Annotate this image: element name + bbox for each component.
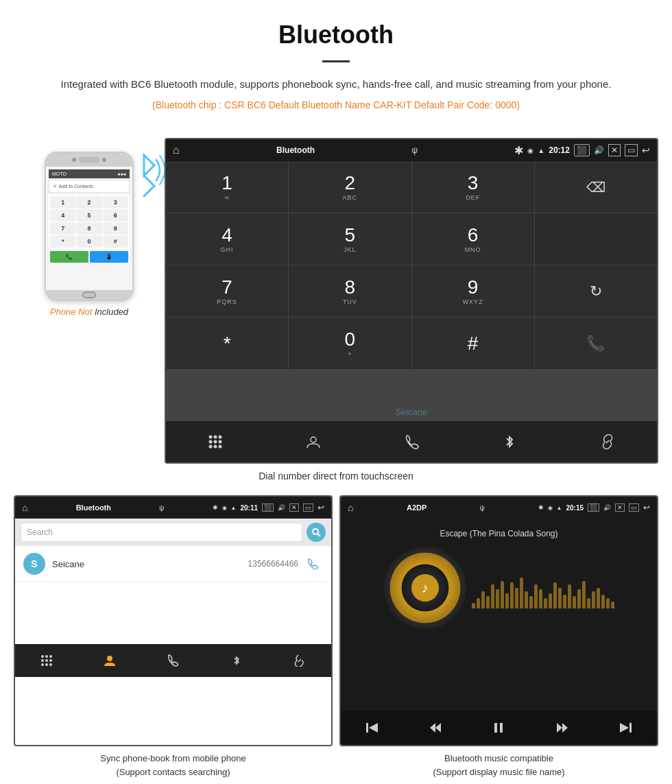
usb-icon: ψ [411, 145, 418, 155]
svg-point-7 [213, 445, 217, 449]
music-status-bar: ⌂ A2DP ψ ✱ ◉ ▲ 20:15 ⬛ 🔊 ✕ ▭ ↩ [341, 497, 657, 519]
music-wifi-icon: ▲ [557, 505, 562, 511]
x-icon[interactable]: ✕ [608, 144, 621, 156]
camera-icon[interactable]: ⬛ [574, 144, 590, 156]
link-btn[interactable] [559, 421, 657, 462]
dialpad-btn[interactable] [166, 421, 264, 462]
music-x-icon[interactable]: ✕ [615, 503, 625, 512]
bottom-screenshots: ⌂ Bluetooth ψ ✱ ◉ ▲ 20:11 ⬛ 🔊 ✕ ▭ ↩ Sear… [0, 495, 672, 746]
spectrum-bar [529, 596, 533, 608]
search-button[interactable] [307, 523, 326, 542]
pb-dialpad-btn[interactable] [15, 644, 78, 677]
dial-key-9[interactable]: 9 WXYZ [412, 265, 534, 317]
svg-point-20 [49, 663, 52, 666]
pb-fs-icon[interactable]: ▭ [303, 503, 313, 512]
music-back-icon[interactable]: ↩ [643, 503, 650, 512]
phone-key-0: 0 [76, 235, 101, 248]
pb-vol-icon[interactable]: 🔊 [278, 504, 285, 511]
play-pause-btn[interactable] [467, 711, 530, 745]
fullscreen-icon[interactable]: ▭ [625, 144, 638, 156]
dial-key-3[interactable]: 3 DEF [412, 161, 534, 213]
call-contact-icon[interactable] [307, 558, 318, 569]
music-home-icon[interactable]: ⌂ [348, 502, 353, 513]
music-fs-icon[interactable]: ▭ [629, 503, 639, 512]
dial-key-star[interactable]: * [166, 318, 288, 369]
spectrum-bar [491, 584, 494, 608]
call-icon: 📞 [586, 335, 605, 353]
phone-mockup: MOTO ●●● + Add to Contacts 1 2 3 4 5 6 [45, 152, 134, 301]
dial-key-8[interactable]: 8 TUV [289, 265, 411, 317]
svg-point-8 [218, 445, 221, 449]
dial-key-redial[interactable]: ↻ [535, 265, 657, 317]
dial-key-hash[interactable]: # [412, 318, 534, 369]
music-screenshot: ⌂ A2DP ψ ✱ ◉ ▲ 20:15 ⬛ 🔊 ✕ ▭ ↩ Escape (T… [339, 495, 658, 746]
svg-rect-30 [629, 723, 632, 733]
dial-key-1[interactable]: 1 ∞ [166, 161, 288, 213]
pb-link-btn[interactable] [268, 644, 331, 677]
back-icon[interactable]: ↩ [642, 145, 650, 156]
spectrum-bar [606, 598, 610, 608]
dial-key-5[interactable]: 5 JKL [289, 213, 411, 265]
dial-key-6[interactable]: 6 MNO [412, 213, 534, 265]
search-input[interactable]: Search [21, 523, 302, 542]
phone-contact-bar: + Add to Contacts [49, 180, 130, 193]
spectrum-bar [481, 591, 485, 608]
pb-cam-icon[interactable]: ⬛ [262, 503, 274, 512]
spectrum-bar [573, 596, 576, 608]
pb-bt-btn[interactable] [205, 644, 268, 677]
contact-name: Seicane [52, 559, 248, 569]
next-track-btn[interactable] [594, 711, 657, 745]
dial-key-2[interactable]: 2 ABC [289, 161, 411, 213]
spectrum-bar [544, 598, 547, 608]
svg-marker-23 [369, 723, 378, 733]
music-cam-icon[interactable]: ⬛ [588, 503, 599, 512]
digit-5: 5 [345, 226, 356, 245]
phone-keypad: 1 2 3 4 5 6 7 8 9 * 0 # [49, 195, 130, 249]
phone-key-6: 6 [103, 209, 128, 222]
phone-key-star: * [50, 235, 75, 248]
dial-key-0[interactable]: 0 + [289, 318, 411, 369]
digit-star: * [224, 334, 231, 353]
pb-person-btn[interactable] [78, 644, 141, 677]
music-controls [341, 711, 657, 745]
sub-1: ∞ [224, 194, 229, 201]
dial-key-4[interactable]: 4 GHI [166, 213, 288, 265]
dial-status-bar: ⌂ Bluetooth ψ ✱ ◉ ▲ 20:12 ⬛ 🔊 ✕ ▭ ↩ [166, 139, 657, 161]
contacts-btn[interactable] [264, 421, 362, 462]
dial-key-backspace[interactable]: ⌫ [535, 161, 657, 213]
svg-point-18 [41, 663, 44, 666]
svg-marker-24 [430, 723, 435, 733]
spectrum-bar [539, 589, 542, 608]
svg-point-9 [311, 437, 316, 442]
svg-point-14 [49, 655, 52, 658]
dial-key-7[interactable]: 7 PQRS [166, 265, 288, 317]
pb-phone-btn[interactable] [141, 644, 204, 677]
svg-point-17 [49, 659, 52, 662]
phonebook-caption-line1: Sync phone-book from mobile phone [14, 752, 333, 765]
wifi-icon: ▲ [538, 147, 544, 154]
sub-6: MNO [465, 246, 481, 253]
svg-rect-22 [366, 723, 368, 733]
seek-forward-btn[interactable] [531, 711, 594, 745]
home-icon[interactable]: ⌂ [173, 144, 180, 156]
phone-key-3: 3 [103, 196, 128, 209]
pb-x-icon[interactable]: ✕ [289, 503, 299, 512]
svg-point-6 [208, 445, 212, 449]
prev-track-btn[interactable] [341, 711, 404, 745]
bluetooth-btn[interactable] [461, 421, 559, 462]
middle-section: MOTO ●●● + Add to Contacts 1 2 3 4 5 6 [0, 138, 672, 464]
svg-line-11 [318, 534, 321, 537]
phonebook-status-bar: ⌂ Bluetooth ψ ✱ ◉ ▲ 20:11 ⬛ 🔊 ✕ ▭ ↩ [15, 497, 331, 519]
contact-row[interactable]: S Seicane 13566664466 [15, 546, 331, 582]
phone-key-7: 7 [50, 222, 75, 235]
sub-7: PQRS [217, 298, 237, 305]
phone-btn[interactable] [362, 421, 460, 462]
music-vol-icon[interactable]: 🔊 [603, 504, 611, 511]
pb-home-icon[interactable]: ⌂ [22, 502, 27, 513]
seek-back-btn[interactable] [404, 711, 467, 745]
bottom-action-bar [166, 421, 657, 462]
volume-icon[interactable]: 🔊 [594, 145, 604, 155]
pb-back-icon[interactable]: ↩ [317, 503, 324, 512]
dial-key-call[interactable]: 📞 [535, 318, 657, 369]
header-section: Bluetooth Integrated with BC6 Bluetooth … [0, 0, 672, 138]
